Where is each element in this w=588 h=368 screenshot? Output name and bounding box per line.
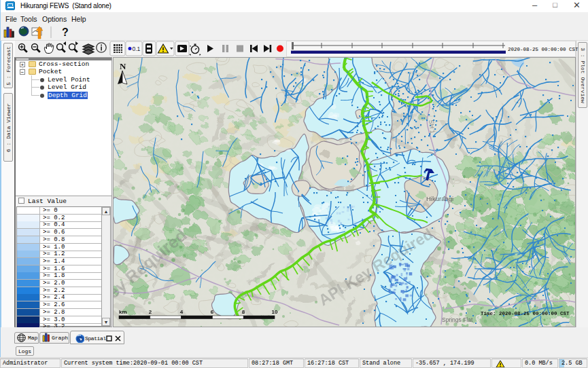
svg-text:?: ? [62,26,69,38]
svg-text:2: 2 [149,309,152,315]
svg-text:4: 4 [180,309,184,315]
svg-text:10: 10 [272,309,278,315]
svg-text:Hikurangi: Hikurangi [426,195,453,202]
svg-text:km: km [119,309,127,315]
svg-text:6: 6 [211,309,214,315]
svg-text:Springs Flat: Springs Flat [442,316,473,323]
svg-text:8: 8 [242,309,245,315]
svg-text:0.1: 0.1 [133,45,141,52]
svg-text:Time: 2020-08-25 00:00:00 CST: Time: 2020-08-25 00:00:00 CST [481,311,570,316]
svg-text:N: N [120,61,126,71]
